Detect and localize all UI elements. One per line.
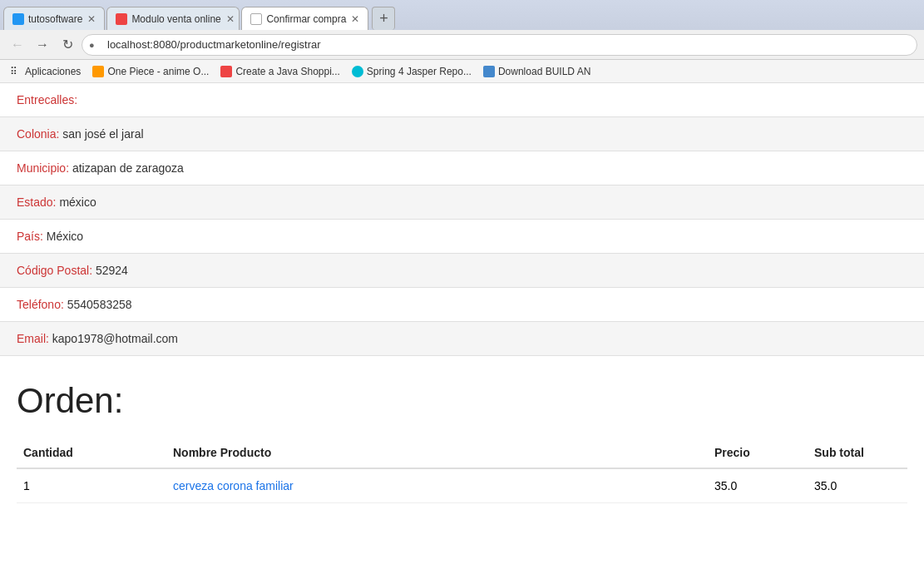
tab-close-confirmar[interactable]: ✕ <box>351 13 359 25</box>
bookmark-label-spring: Spring 4 Jasper Repo... <box>367 66 472 77</box>
cell-nombre: cerveza corona familiar <box>166 468 708 503</box>
bookmark-favicon-apps: ⠿ <box>10 66 22 77</box>
back-button[interactable]: ← <box>7 34 28 56</box>
tab-bar: tutosoftware ✕ Modulo venta online ✕ Con… <box>0 0 924 30</box>
tab-confirmar[interactable]: Confirmar compra ✕ <box>241 7 368 30</box>
field-pais: País: México <box>0 220 924 254</box>
value-cp-text: 52924 <box>96 264 128 277</box>
bookmark-favicon-onepiece <box>92 66 104 77</box>
bookmark-favicon-download <box>483 66 495 77</box>
value-pais-text: México <box>47 230 83 243</box>
label-telefono: Teléfono: <box>17 298 64 311</box>
value-estado-text: méxico <box>59 195 96 209</box>
tab-tutosoftware[interactable]: tutosoftware ✕ <box>3 7 105 30</box>
bookmarks-bar: ⠿ Aplicaciones One Piece - anime O... Cr… <box>0 60 924 83</box>
table-header-row: Cantidad Nombre Producto Precio Sub tota… <box>17 438 907 468</box>
address-bar[interactable]: ● localhost:8080/productmarketonline/reg… <box>82 34 917 56</box>
bookmark-label-create: Create a Java Shoppi... <box>235 66 339 77</box>
bookmark-apps[interactable]: ⠿ Aplicaciones <box>7 64 84 79</box>
label-colonia: Colonia: <box>17 127 59 141</box>
label-entrecalles: Entrecalles: <box>17 93 77 106</box>
lock-icon: ● <box>89 40 95 50</box>
bookmark-favicon-spring <box>352 66 363 77</box>
value-telefono-text: 5540583258 <box>67 298 132 311</box>
label-email: Email: <box>17 332 49 345</box>
tab-favicon-confirmar <box>250 13 262 25</box>
bookmark-favicon-create <box>220 66 232 77</box>
browser-window: tutosoftware ✕ Modulo venta online ✕ Con… <box>0 0 924 503</box>
field-estado: Estado: méxico <box>0 186 924 220</box>
orden-title: Orden: <box>0 356 924 438</box>
cell-cantidad: 1 <box>17 468 166 503</box>
bookmark-label-apps: Aplicaciones <box>25 66 81 77</box>
value-email-text: kapo1978@hotmail.com <box>52 332 178 345</box>
bookmark-onepiece[interactable]: One Piece - anime O... <box>89 64 212 79</box>
cell-subtotal: 35.0 <box>808 468 907 503</box>
label-pais: País: <box>17 230 43 243</box>
col-header-cantidad: Cantidad <box>17 438 166 468</box>
bookmark-spring[interactable]: Spring 4 Jasper Repo... <box>348 64 475 79</box>
label-municipio: Municipio: <box>17 161 69 175</box>
product-link[interactable]: cerveza corona familiar <box>173 479 294 492</box>
field-cp: Código Postal: 52924 <box>0 254 924 288</box>
bookmark-label-onepiece: One Piece - anime O... <box>107 66 209 77</box>
value-municipio-text: atizapan de zaragoza <box>72 161 184 175</box>
tab-label-modulo: Modulo venta online <box>131 13 220 25</box>
new-tab-button[interactable]: + <box>372 7 395 30</box>
bookmark-download[interactable]: Download BUILD AN <box>480 64 594 79</box>
bookmark-create[interactable]: Create a Java Shoppi... <box>217 64 343 79</box>
col-header-subtotal: Sub total <box>808 438 907 468</box>
forward-button[interactable]: → <box>32 34 53 56</box>
field-entrecalles: Entrecalles: <box>0 83 924 117</box>
tab-favicon-modulo <box>116 13 127 25</box>
label-estado: Estado: <box>17 195 56 209</box>
tab-modulo[interactable]: Modulo venta online ✕ <box>106 7 240 30</box>
field-email: Email: kapo1978@hotmail.com <box>0 322 924 356</box>
tab-close-tuto[interactable]: ✕ <box>87 13 96 25</box>
tab-close-modulo[interactable]: ✕ <box>226 13 235 25</box>
col-header-precio: Precio <box>708 438 808 468</box>
cell-precio: 35.0 <box>708 468 808 503</box>
page-content: Entrecalles: Colonia: san josé el jaral … <box>0 83 924 503</box>
bookmark-label-download: Download BUILD AN <box>498 66 590 77</box>
reload-button[interactable]: ↻ <box>57 34 78 56</box>
tab-label-tuto: tutosoftware <box>28 13 82 25</box>
field-telefono: Teléfono: 5540583258 <box>0 288 924 322</box>
field-colonia: Colonia: san josé el jaral <box>0 117 924 151</box>
address-text: localhost:8080/productmarketonline/regis… <box>107 38 321 51</box>
field-municipio: Municipio: atizapan de zaragoza <box>0 151 924 186</box>
order-table: Cantidad Nombre Producto Precio Sub tota… <box>17 438 907 503</box>
label-cp: Código Postal: <box>17 264 92 277</box>
tab-label-confirmar: Confirmar compra <box>266 13 346 25</box>
table-row: 1 cerveza corona familiar 35.0 35.0 <box>17 468 907 503</box>
value-colonia-text: san josé el jaral <box>62 127 143 141</box>
nav-bar: ← → ↻ ● localhost:8080/productmarketonli… <box>0 30 924 60</box>
tab-favicon-tuto <box>12 13 24 25</box>
col-header-nombre: Nombre Producto <box>166 438 708 468</box>
